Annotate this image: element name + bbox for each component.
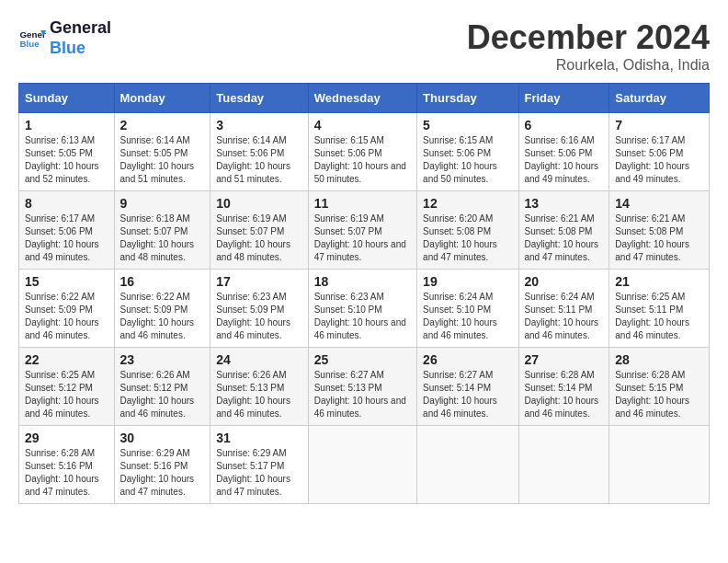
day-detail: Sunrise: 6:24 AMSunset: 5:11 PMDaylight:…	[525, 291, 604, 342]
day-number: 25	[314, 352, 411, 367]
day-detail: Sunrise: 6:22 AMSunset: 5:09 PMDaylight:…	[25, 291, 108, 342]
month-title: December 2024	[467, 18, 710, 57]
day-number: 13	[525, 196, 604, 211]
calendar-table: SundayMondayTuesdayWednesdayThursdayFrid…	[18, 83, 710, 504]
calendar-cell: 31Sunrise: 6:29 AMSunset: 5:17 PMDayligh…	[210, 426, 308, 504]
title-block: December 2024 Rourkela, Odisha, India	[467, 18, 710, 74]
calendar-cell: 15Sunrise: 6:22 AMSunset: 5:09 PMDayligh…	[19, 270, 115, 348]
calendar-cell: 20Sunrise: 6:24 AMSunset: 5:11 PMDayligh…	[518, 270, 609, 348]
day-detail: Sunrise: 6:25 AMSunset: 5:12 PMDaylight:…	[25, 369, 108, 420]
day-detail: Sunrise: 6:21 AMSunset: 5:08 PMDaylight:…	[615, 213, 703, 264]
calendar-cell: 19Sunrise: 6:24 AMSunset: 5:10 PMDayligh…	[417, 270, 518, 348]
calendar-cell: 25Sunrise: 6:27 AMSunset: 5:13 PMDayligh…	[308, 348, 416, 426]
day-number: 12	[423, 196, 512, 211]
day-detail: Sunrise: 6:29 AMSunset: 5:16 PMDaylight:…	[120, 447, 205, 499]
day-number: 5	[423, 118, 512, 132]
calendar-cell: 2Sunrise: 6:14 AMSunset: 5:05 PMDaylight…	[114, 113, 210, 191]
calendar-cell: 23Sunrise: 6:26 AMSunset: 5:12 PMDayligh…	[114, 348, 210, 426]
page-header: General Blue GeneralBlue December 2024 R…	[18, 18, 710, 74]
day-number: 23	[120, 352, 205, 367]
location: Rourkela, Odisha, India	[467, 57, 710, 74]
day-detail: Sunrise: 6:26 AMSunset: 5:13 PMDaylight:…	[216, 369, 301, 420]
day-number: 2	[120, 118, 205, 132]
calendar-week-row: 29Sunrise: 6:28 AMSunset: 5:16 PMDayligh…	[19, 426, 710, 504]
calendar-week-row: 1Sunrise: 6:13 AMSunset: 5:05 PMDaylight…	[19, 113, 710, 191]
day-detail: Sunrise: 6:19 AMSunset: 5:07 PMDaylight:…	[314, 213, 411, 264]
day-number: 19	[423, 274, 512, 289]
day-number: 15	[25, 274, 108, 289]
calendar-cell: 27Sunrise: 6:28 AMSunset: 5:14 PMDayligh…	[518, 348, 609, 426]
calendar-cell: 26Sunrise: 6:27 AMSunset: 5:14 PMDayligh…	[417, 348, 518, 426]
day-number: 29	[25, 431, 108, 445]
day-detail: Sunrise: 6:27 AMSunset: 5:14 PMDaylight:…	[423, 369, 512, 420]
svg-text:Blue: Blue	[20, 39, 40, 49]
calendar-cell: 10Sunrise: 6:19 AMSunset: 5:07 PMDayligh…	[210, 191, 308, 270]
day-detail: Sunrise: 6:14 AMSunset: 5:06 PMDaylight:…	[216, 134, 301, 186]
logo-text: GeneralBlue	[50, 18, 111, 58]
calendar-cell: 8Sunrise: 6:17 AMSunset: 5:06 PMDaylight…	[19, 191, 115, 270]
day-detail: Sunrise: 6:28 AMSunset: 5:16 PMDaylight:…	[25, 447, 108, 499]
day-detail: Sunrise: 6:19 AMSunset: 5:07 PMDaylight:…	[216, 213, 301, 264]
day-number: 30	[120, 431, 205, 445]
calendar-cell: 21Sunrise: 6:25 AMSunset: 5:11 PMDayligh…	[609, 270, 710, 348]
day-detail: Sunrise: 6:26 AMSunset: 5:12 PMDaylight:…	[120, 369, 205, 420]
day-number: 18	[314, 274, 411, 289]
day-number: 31	[216, 431, 301, 445]
calendar-cell: 30Sunrise: 6:29 AMSunset: 5:16 PMDayligh…	[114, 426, 210, 504]
calendar-cell	[417, 426, 518, 504]
day-detail: Sunrise: 6:16 AMSunset: 5:06 PMDaylight:…	[525, 134, 604, 186]
day-detail: Sunrise: 6:15 AMSunset: 5:06 PMDaylight:…	[423, 134, 512, 186]
day-detail: Sunrise: 6:18 AMSunset: 5:07 PMDaylight:…	[120, 213, 205, 264]
day-detail: Sunrise: 6:28 AMSunset: 5:15 PMDaylight:…	[615, 369, 703, 420]
day-detail: Sunrise: 6:27 AMSunset: 5:13 PMDaylight:…	[314, 369, 411, 420]
calendar-cell: 3Sunrise: 6:14 AMSunset: 5:06 PMDaylight…	[210, 113, 308, 191]
calendar-cell	[609, 426, 710, 504]
calendar-cell	[308, 426, 416, 504]
day-number: 10	[216, 196, 301, 211]
day-number: 17	[216, 274, 301, 289]
calendar-cell: 16Sunrise: 6:22 AMSunset: 5:09 PMDayligh…	[114, 270, 210, 348]
day-number: 4	[314, 118, 411, 132]
day-number: 3	[216, 118, 301, 132]
calendar-cell	[518, 426, 609, 504]
day-detail: Sunrise: 6:23 AMSunset: 5:09 PMDaylight:…	[216, 291, 301, 342]
day-number: 20	[525, 274, 604, 289]
day-number: 16	[120, 274, 205, 289]
logo-icon: General Blue	[18, 25, 46, 52]
logo: General Blue GeneralBlue	[18, 18, 111, 58]
day-detail: Sunrise: 6:17 AMSunset: 5:06 PMDaylight:…	[25, 213, 108, 264]
day-detail: Sunrise: 6:13 AMSunset: 5:05 PMDaylight:…	[25, 134, 108, 186]
day-detail: Sunrise: 6:28 AMSunset: 5:14 PMDaylight:…	[525, 369, 604, 420]
day-detail: Sunrise: 6:15 AMSunset: 5:06 PMDaylight:…	[314, 134, 411, 186]
calendar-cell: 7Sunrise: 6:17 AMSunset: 5:06 PMDaylight…	[609, 113, 710, 191]
day-detail: Sunrise: 6:25 AMSunset: 5:11 PMDaylight:…	[615, 291, 703, 342]
calendar-cell: 17Sunrise: 6:23 AMSunset: 5:09 PMDayligh…	[210, 270, 308, 348]
weekday-header-wednesday: Wednesday	[308, 84, 416, 113]
calendar-week-row: 22Sunrise: 6:25 AMSunset: 5:12 PMDayligh…	[19, 348, 710, 426]
weekday-header-saturday: Saturday	[609, 84, 710, 113]
day-number: 22	[25, 352, 108, 367]
day-detail: Sunrise: 6:17 AMSunset: 5:06 PMDaylight:…	[615, 134, 703, 186]
calendar-cell: 29Sunrise: 6:28 AMSunset: 5:16 PMDayligh…	[19, 426, 115, 504]
calendar-cell: 9Sunrise: 6:18 AMSunset: 5:07 PMDaylight…	[114, 191, 210, 270]
calendar-cell: 13Sunrise: 6:21 AMSunset: 5:08 PMDayligh…	[518, 191, 609, 270]
calendar-cell: 12Sunrise: 6:20 AMSunset: 5:08 PMDayligh…	[417, 191, 518, 270]
day-number: 14	[615, 196, 703, 211]
calendar-cell: 22Sunrise: 6:25 AMSunset: 5:12 PMDayligh…	[19, 348, 115, 426]
day-number: 6	[525, 118, 604, 132]
calendar-week-row: 8Sunrise: 6:17 AMSunset: 5:06 PMDaylight…	[19, 191, 710, 270]
day-detail: Sunrise: 6:14 AMSunset: 5:05 PMDaylight:…	[120, 134, 205, 186]
day-number: 9	[120, 196, 205, 211]
calendar-cell: 6Sunrise: 6:16 AMSunset: 5:06 PMDaylight…	[518, 113, 609, 191]
day-number: 21	[615, 274, 703, 289]
day-number: 8	[25, 196, 108, 211]
day-number: 28	[615, 352, 703, 367]
calendar-cell: 1Sunrise: 6:13 AMSunset: 5:05 PMDaylight…	[19, 113, 115, 191]
calendar-cell: 28Sunrise: 6:28 AMSunset: 5:15 PMDayligh…	[609, 348, 710, 426]
day-detail: Sunrise: 6:23 AMSunset: 5:10 PMDaylight:…	[314, 291, 411, 342]
weekday-header-monday: Monday	[114, 84, 210, 113]
day-number: 7	[615, 118, 703, 132]
calendar-cell: 24Sunrise: 6:26 AMSunset: 5:13 PMDayligh…	[210, 348, 308, 426]
day-number: 24	[216, 352, 301, 367]
day-detail: Sunrise: 6:20 AMSunset: 5:08 PMDaylight:…	[423, 213, 512, 264]
